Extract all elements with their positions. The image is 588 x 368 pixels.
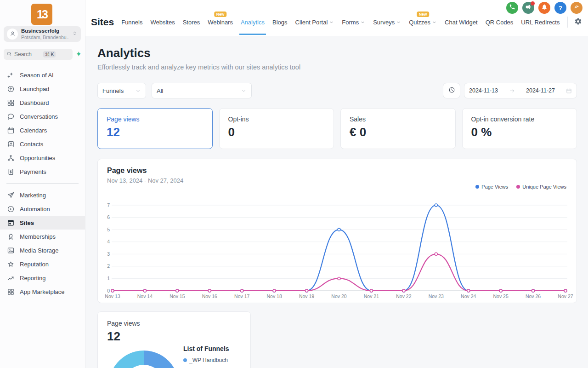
tab-label: URL Redirects [521, 19, 560, 26]
tab-webinars[interactable]: NewWebinars [208, 19, 233, 26]
sidebar-item-calendars[interactable]: Calendars [0, 123, 85, 137]
sidebar-item-opportunities[interactable]: Opportunities [0, 151, 85, 165]
tab-label: Stores [183, 19, 200, 26]
nav-row: Sites FunnelsWebsitesStoresNewWebinarsAn… [91, 0, 584, 36]
tab-label: Surveys [373, 19, 395, 26]
sidebar-item-marketing[interactable]: Marketing [0, 188, 85, 202]
tab-url-redirects[interactable]: URL Redirects [521, 19, 560, 26]
breakdown-title: Page views [107, 320, 241, 327]
sidebar-item-media-storage[interactable]: Media Storage [0, 243, 85, 257]
account-name: Businesserfolg [21, 28, 68, 34]
svg-text:Nov 18: Nov 18 [267, 293, 282, 299]
sidebar-item-launchpad[interactable]: Launchpad [0, 82, 85, 96]
sidebar-item-reputation[interactable]: Reputation [0, 257, 85, 271]
tab-stores[interactable]: Stores [183, 19, 200, 26]
automation-icon [7, 205, 15, 213]
sidebar-item-automation[interactable]: Automation [0, 202, 85, 216]
date-end-value: 2024-11-27 [526, 87, 555, 94]
nav-tabs: FunnelsWebsitesStoresNewWebinarsAnalytic… [121, 19, 567, 26]
svg-text:Nov 14: Nov 14 [137, 293, 153, 299]
account-switcher[interactable]: Businesserfolg Potsdam, Brandenbu... [4, 26, 81, 42]
svg-text:5: 5 [107, 227, 110, 232]
breakdown-value: 12 [107, 329, 241, 344]
funnel-select[interactable]: All [152, 83, 252, 98]
svg-text:Nov 22: Nov 22 [396, 293, 411, 299]
tab-websites[interactable]: Websites [150, 19, 175, 26]
category-select[interactable]: Funnels [97, 83, 146, 98]
tab-label: QR Codes [486, 19, 514, 26]
sidebar-item-app-marketplace[interactable]: App Marketplace [0, 285, 85, 299]
svg-text:Nov 24: Nov 24 [461, 293, 476, 299]
sidebar-item-contacts[interactable]: Contacts [0, 137, 85, 151]
sidebar-item-label: Memberships [20, 233, 56, 240]
topbar: ? Sites FunnelsWebsitesStoresNewWebinars… [85, 0, 588, 36]
stat-card-opt-ins[interactable]: Opt-ins0 [219, 108, 334, 149]
sidebar-item-label: Season of AI [20, 72, 54, 79]
stat-card-sales[interactable]: Sales€ 0 [340, 108, 456, 149]
stat-card-opt-in-conversion-rate[interactable]: Opt-in conversion rate0 % [462, 108, 577, 149]
sidebar-item-season-of-ai[interactable]: Season of AI [0, 68, 85, 82]
svg-text:7: 7 [107, 202, 110, 208]
tab-quizzes[interactable]: NewQuizzes [409, 19, 437, 26]
chevron-down-icon [135, 88, 141, 94]
svg-text:Nov 23: Nov 23 [429, 293, 444, 299]
account-avatar [7, 29, 18, 40]
chevron-down-icon [396, 20, 401, 25]
page-subtitle: Effortlessly track and analyze key metri… [97, 63, 588, 71]
person-icon [9, 30, 16, 39]
tab-label: Analytics [241, 19, 265, 26]
search-input[interactable] [14, 51, 41, 58]
sidebar-item-label: Reporting [20, 275, 45, 282]
settings-gear-button[interactable] [574, 17, 582, 27]
sidebar-item-conversations[interactable]: Conversations [0, 109, 85, 123]
chevron-updown-icon [72, 30, 78, 38]
sidebar-item-memberships[interactable]: Memberships [0, 230, 85, 243]
legend-item: Unique Page Views [516, 184, 566, 190]
gear-icon [574, 17, 582, 27]
sidebar: 13 Businesserfolg Potsdam, Brandenbu... … [0, 0, 85, 368]
reporting-icon [7, 274, 15, 282]
tab-forms[interactable]: Forms [342, 19, 365, 26]
category-select-value: Funnels [102, 87, 124, 94]
search-box[interactable]: ⌘ K [4, 49, 73, 60]
chart-subtitle: Nov 13, 2024 - Nov 27, 2024 [107, 177, 567, 184]
tab-label: Chat Widget [445, 19, 478, 26]
donut-chart-svg [103, 344, 186, 368]
svg-text:Nov 13: Nov 13 [105, 293, 120, 299]
legend-dot [516, 185, 520, 189]
nav-separator [567, 17, 568, 28]
tab-blogs[interactable]: Blogs [272, 19, 288, 26]
tab-surveys[interactable]: Surveys [373, 19, 401, 26]
legend-item: Page Views [475, 184, 508, 190]
search-shortcut: ⌘ K [43, 51, 56, 58]
sidebar-item-sites[interactable]: Sites [0, 216, 85, 230]
svg-text:3: 3 [107, 251, 110, 257]
builderall-logo[interactable]: 13 [31, 4, 52, 25]
sidebar-item-dashboard[interactable]: Dashboard [0, 96, 85, 109]
tab-chat-widget[interactable]: Chat Widget [445, 19, 478, 26]
svg-text:2: 2 [107, 263, 110, 269]
stat-card-page-views[interactable]: Page views12 [97, 108, 213, 149]
stat-card-value: 0 [228, 125, 325, 139]
funnel-select-value: All [157, 87, 163, 94]
calendar-icon [566, 88, 572, 94]
funnels-legend: List of Funnels _WP Handbuch_HT Report [183, 345, 229, 368]
filter-row: Funnels All 2024-11-13 2024-11-27 [97, 83, 577, 98]
svg-text:0: 0 [107, 288, 110, 293]
dashboard-icon [7, 99, 15, 107]
time-settings-button[interactable] [443, 83, 460, 98]
stat-card-label: Page views [107, 115, 204, 123]
donut-chart [103, 344, 186, 368]
ai-sparkle-button[interactable]: ✦ [76, 51, 82, 58]
section-title: Sites [91, 17, 114, 28]
sidebar-item-payments[interactable]: Payments [0, 165, 85, 178]
tab-analytics[interactable]: Analytics [241, 19, 265, 26]
tab-client-portal[interactable]: Client Portal [295, 19, 334, 26]
tab-funnels[interactable]: Funnels [121, 19, 142, 26]
svg-text:Nov 16: Nov 16 [202, 293, 217, 299]
date-range-input[interactable]: 2024-11-13 2024-11-27 [464, 83, 577, 98]
sidebar-item-reporting[interactable]: Reporting [0, 271, 85, 285]
line-chart-card: Page views Nov 13, 2024 - Nov 27, 2024 P… [97, 159, 577, 303]
tab-qr-codes[interactable]: QR Codes [486, 19, 514, 26]
tab-label: Funnels [121, 19, 142, 26]
